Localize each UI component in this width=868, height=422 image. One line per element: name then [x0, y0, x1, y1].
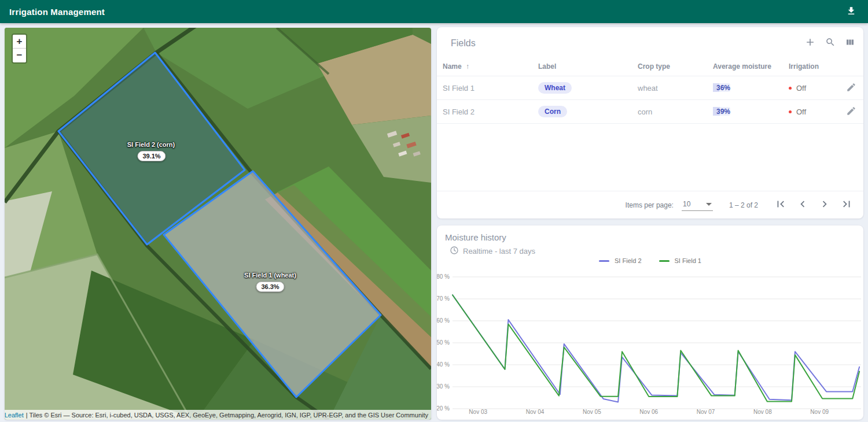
chevron-left-icon — [796, 198, 809, 212]
svg-text:40 %: 40 % — [437, 361, 450, 368]
column-header-name[interactable]: Name ↑ — [443, 62, 538, 71]
moisture-value: 36% — [713, 84, 730, 92]
first-page-icon — [774, 198, 787, 212]
crop-type: corn — [638, 108, 713, 116]
search-icon — [825, 37, 836, 49]
pencil-icon — [846, 82, 856, 94]
fields-table-header: Name ↑ Label Crop type Average moisture … — [437, 57, 863, 76]
series-swatch — [599, 260, 609, 262]
moisture-value: 39% — [713, 108, 730, 116]
svg-text:60 %: 60 % — [437, 317, 450, 324]
svg-text:70 %: 70 % — [437, 295, 450, 302]
columns-button[interactable] — [843, 35, 858, 51]
last-page-icon — [840, 198, 853, 212]
next-page-button[interactable] — [816, 195, 833, 214]
previous-page-button[interactable] — [794, 195, 811, 214]
irrigation-status-dot — [789, 110, 792, 113]
sort-ascending-icon: ↑ — [466, 62, 469, 71]
clock-icon — [450, 246, 459, 257]
paginator: Items per page: 10 1 – 2 of 2 — [437, 191, 863, 219]
leaflet-link[interactable]: Leaflet — [5, 412, 24, 419]
svg-text:50 %: 50 % — [437, 339, 450, 346]
column-header-label[interactable]: Label — [538, 62, 638, 71]
svg-text:Nov 04: Nov 04 — [526, 409, 545, 415]
chevron-right-icon — [818, 198, 831, 212]
last-page-button[interactable] — [838, 195, 855, 214]
table-row[interactable]: SI Field 1 Wheat wheat 36% Off — [437, 76, 863, 100]
label-chip: Corn — [538, 106, 567, 117]
svg-text:Nov 08: Nov 08 — [753, 409, 772, 415]
fields-card-title: Fields — [451, 38, 476, 49]
column-header-irrigation[interactable]: Irrigation — [789, 62, 844, 71]
moisture-bar: 36% — [713, 83, 730, 92]
edit-field-button[interactable] — [844, 103, 859, 120]
label-chip: Wheat — [538, 82, 572, 94]
svg-text:Nov 05: Nov 05 — [583, 409, 601, 415]
zoom-out-button[interactable]: − — [13, 49, 26, 62]
table-row[interactable]: SI Field 2 Corn corn 39% Off — [437, 100, 863, 124]
field-1-moisture-tooltip: 36.3% — [256, 282, 284, 292]
chart-subtitle: Realtime - last 7 days — [463, 247, 535, 256]
svg-text:80 %: 80 % — [437, 273, 450, 280]
map-attribution: Leaflet | Tiles © Esri — Source: Esri, i… — [5, 410, 431, 420]
fields-card-header: Fields — [437, 27, 863, 57]
chart-subtitle-row: Realtime - last 7 days — [437, 243, 863, 257]
tiles-attribution-text: | Tiles © Esri — Source: Esri, i-cubed, … — [26, 412, 428, 419]
zoom-in-button[interactable]: + — [13, 35, 26, 49]
column-header-average-moisture[interactable]: Average moisture — [713, 62, 789, 71]
field-name: SI Field 2 — [443, 108, 538, 116]
column-header-crop-type[interactable]: Crop type — [638, 62, 713, 71]
crop-type: wheat — [638, 84, 713, 92]
edit-field-button[interactable] — [844, 80, 859, 97]
table-empty-space — [437, 124, 863, 191]
irrigation-status: Off — [796, 84, 806, 92]
page-size-value: 10 — [683, 200, 690, 208]
irrigation-status-dot — [789, 87, 792, 90]
download-button[interactable] — [844, 3, 859, 20]
page-size-select[interactable]: 10 — [682, 199, 713, 211]
moisture-line-chart[interactable]: 20 %30 %40 %50 %60 %70 %80 %Nov 03Nov 04… — [437, 269, 863, 419]
download-icon — [846, 6, 856, 18]
chart-legend: SI Field 2 SI Field 1 — [437, 257, 863, 264]
moisture-history-card: Moisture history Realtime - last 7 days … — [437, 225, 863, 420]
moisture-bar: 39% — [713, 107, 730, 116]
items-per-page-label: Items per page: — [626, 201, 674, 209]
columns-icon — [845, 37, 855, 49]
series-label: SI Field 1 — [675, 257, 701, 264]
svg-text:Nov 06: Nov 06 — [639, 409, 658, 415]
first-page-button[interactable] — [772, 195, 789, 214]
series-swatch — [659, 260, 670, 262]
irrigation-status: Off — [796, 108, 806, 116]
paginator-range: 1 – 2 of 2 — [729, 201, 758, 209]
app-header: Irrigation Management — [0, 0, 868, 23]
svg-text:30 %: 30 % — [437, 383, 450, 390]
field-2-moisture-tooltip: 39.1% — [137, 151, 165, 161]
satellite-map[interactable] — [5, 28, 431, 420]
add-field-button[interactable] — [802, 34, 818, 52]
chevron-down-icon — [706, 203, 712, 206]
svg-text:Nov 07: Nov 07 — [697, 409, 715, 415]
pencil-icon — [846, 106, 856, 118]
fields-card: Fields Name ↑ Label Crop — [437, 27, 863, 219]
plus-icon — [804, 36, 816, 50]
svg-text:Nov 09: Nov 09 — [810, 409, 829, 415]
svg-text:Nov 03: Nov 03 — [469, 409, 487, 415]
field-name: SI Field 1 — [443, 84, 538, 92]
search-button[interactable] — [823, 35, 838, 51]
map-zoom-control: + − — [12, 34, 27, 64]
series-label: SI Field 2 — [615, 257, 641, 264]
field-2-label: SI Field 2 (corn) — [127, 141, 175, 148]
legend-item[interactable]: SI Field 2 — [599, 257, 641, 264]
map-panel[interactable]: SI Field 2 (corn) 39.1% SI Field 1 (whea… — [5, 28, 431, 420]
svg-text:20 %: 20 % — [437, 405, 450, 412]
chart-title: Moisture history — [437, 225, 863, 243]
page-title: Irrigation Management — [9, 7, 105, 17]
legend-item[interactable]: SI Field 1 — [659, 257, 701, 264]
field-1-label: SI Field 1 (wheat) — [244, 272, 296, 279]
